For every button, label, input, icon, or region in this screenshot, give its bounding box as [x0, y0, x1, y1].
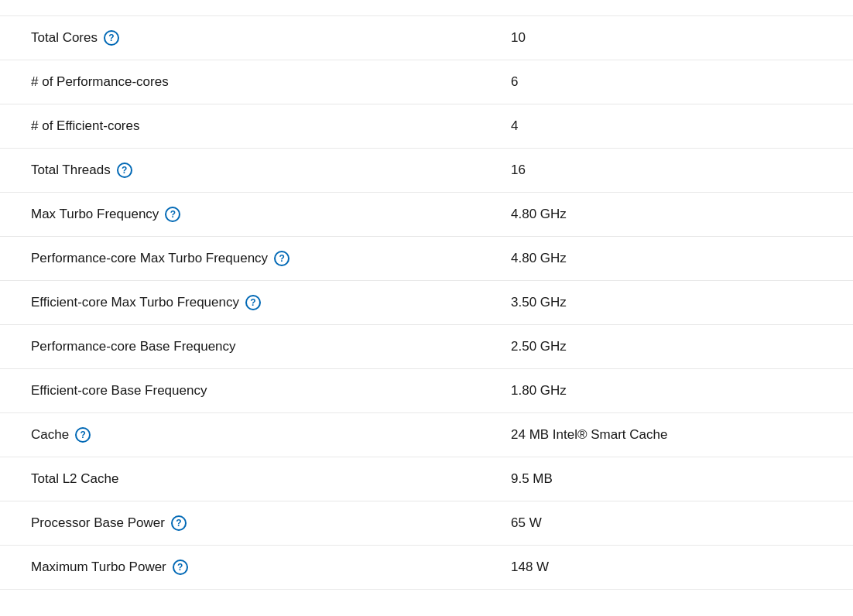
help-icon-processor-base-power[interactable]: ? — [171, 515, 187, 531]
spec-label-performance-core-base: Performance-core Base Frequency — [31, 339, 511, 354]
spec-row-total-l2-cache: Total L2 Cache9.5 MB — [0, 457, 853, 501]
spec-value-total-threads: 16 — [511, 163, 822, 178]
spec-label-text-performance-core-max-turbo: Performance-core Max Turbo Frequency — [31, 251, 268, 266]
spec-value-maximum-turbo-power: 148 W — [511, 560, 822, 575]
help-icon-performance-core-max-turbo[interactable]: ? — [274, 251, 289, 266]
spec-value-max-turbo-frequency: 4.80 GHz — [511, 207, 822, 222]
spec-label-performance-cores: # of Performance-cores — [31, 74, 511, 90]
spec-label-text-total-cores: Total Cores — [31, 30, 98, 46]
spec-value-cache: 24 MB Intel® Smart Cache — [511, 427, 822, 443]
spec-row-processor-base-power: Processor Base Power?65 W — [0, 501, 853, 546]
spec-label-performance-core-max-turbo: Performance-core Max Turbo Frequency? — [31, 251, 511, 266]
help-icon-cache[interactable]: ? — [75, 427, 91, 443]
spec-label-text-total-l2-cache: Total L2 Cache — [31, 471, 118, 487]
spec-label-text-max-turbo-frequency: Max Turbo Frequency — [31, 207, 159, 222]
help-icon-efficient-core-max-turbo[interactable]: ? — [245, 295, 261, 310]
spec-label-text-efficient-cores: # of Efficient-cores — [31, 118, 139, 134]
spec-row-efficient-cores: # of Efficient-cores4 — [0, 104, 853, 149]
spec-value-processor-base-power: 65 W — [511, 515, 822, 531]
spec-label-efficient-core-max-turbo: Efficient-core Max Turbo Frequency? — [31, 295, 511, 310]
spec-value-efficient-cores: 4 — [511, 118, 822, 134]
spec-label-text-maximum-turbo-power: Maximum Turbo Power — [31, 560, 166, 575]
spec-label-max-turbo-frequency: Max Turbo Frequency? — [31, 207, 511, 222]
spec-value-performance-core-base: 2.50 GHz — [511, 339, 822, 354]
spec-row-performance-cores: # of Performance-cores6 — [0, 60, 853, 104]
spec-value-efficient-core-base: 1.80 GHz — [511, 383, 822, 399]
help-icon-max-turbo-frequency[interactable]: ? — [165, 207, 180, 222]
spec-label-text-total-threads: Total Threads — [31, 163, 111, 178]
spec-row-total-threads: Total Threads?16 — [0, 149, 853, 193]
spec-row-max-turbo-frequency: Max Turbo Frequency?4.80 GHz — [0, 193, 853, 237]
spec-value-total-l2-cache: 9.5 MB — [511, 471, 822, 487]
spec-label-maximum-turbo-power: Maximum Turbo Power? — [31, 560, 511, 575]
spec-row-performance-core-base: Performance-core Base Frequency2.50 GHz — [0, 325, 853, 369]
spec-label-total-l2-cache: Total L2 Cache — [31, 471, 511, 487]
spec-row-total-cores: Total Cores?10 — [0, 15, 853, 60]
spec-label-text-performance-cores: # of Performance-cores — [31, 74, 169, 90]
spec-label-text-cache: Cache — [31, 427, 69, 443]
spec-value-performance-cores: 6 — [511, 74, 822, 90]
help-icon-total-cores[interactable]: ? — [104, 30, 119, 46]
spec-label-total-cores: Total Cores? — [31, 30, 511, 46]
spec-row-cache: Cache?24 MB Intel® Smart Cache — [0, 413, 853, 457]
spec-value-performance-core-max-turbo: 4.80 GHz — [511, 251, 822, 266]
spec-row-maximum-turbo-power: Maximum Turbo Power?148 W — [0, 546, 853, 590]
spec-label-cache: Cache? — [31, 427, 511, 443]
spec-row-efficient-core-base: Efficient-core Base Frequency1.80 GHz — [0, 369, 853, 413]
spec-label-text-processor-base-power: Processor Base Power — [31, 515, 165, 531]
spec-label-text-efficient-core-base: Efficient-core Base Frequency — [31, 383, 207, 399]
spec-row-performance-core-max-turbo: Performance-core Max Turbo Frequency?4.8… — [0, 237, 853, 281]
spec-label-processor-base-power: Processor Base Power? — [31, 515, 511, 531]
spec-label-total-threads: Total Threads? — [31, 163, 511, 178]
spec-label-text-efficient-core-max-turbo: Efficient-core Max Turbo Frequency — [31, 295, 239, 310]
spec-table: Total Cores?10# of Performance-cores6# o… — [0, 0, 853, 605]
spec-label-efficient-core-base: Efficient-core Base Frequency — [31, 383, 511, 399]
spec-label-text-performance-core-base: Performance-core Base Frequency — [31, 339, 236, 354]
spec-value-efficient-core-max-turbo: 3.50 GHz — [511, 295, 822, 310]
help-icon-maximum-turbo-power[interactable]: ? — [173, 560, 188, 575]
spec-row-efficient-core-max-turbo: Efficient-core Max Turbo Frequency?3.50 … — [0, 281, 853, 325]
help-icon-total-threads[interactable]: ? — [117, 163, 132, 178]
spec-label-efficient-cores: # of Efficient-cores — [31, 118, 511, 134]
spec-value-total-cores: 10 — [511, 30, 822, 46]
